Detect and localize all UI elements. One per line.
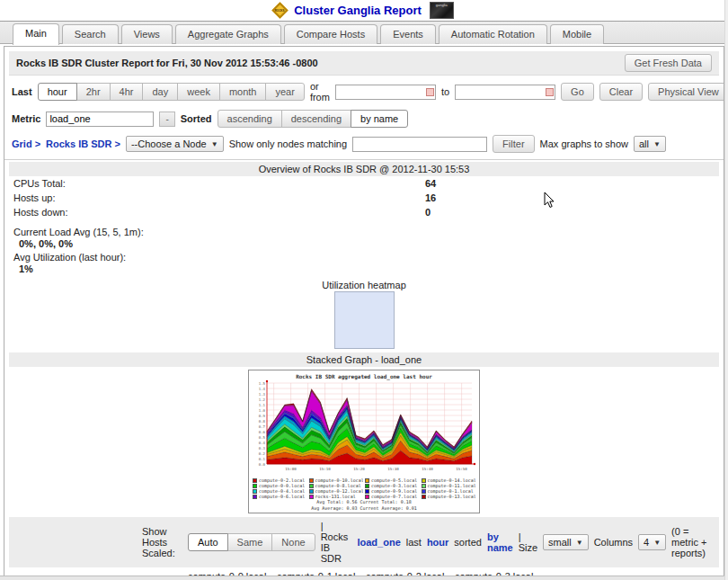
metric-link[interactable]: load_one xyxy=(357,537,400,548)
utilization-heatmap[interactable] xyxy=(334,291,395,349)
range-month-button[interactable]: month xyxy=(219,83,267,101)
scale-same-button[interactable]: Same xyxy=(227,533,273,551)
tab-compare-hosts[interactable]: Compare Hosts xyxy=(284,24,377,44)
legend-label: compute-0-13.local xyxy=(428,494,476,499)
legend-label: compute-0-6.local xyxy=(259,494,305,499)
legend-swatch xyxy=(309,489,314,494)
grid-link[interactable]: Grid > xyxy=(12,138,40,149)
max-graphs-label: Max graphs to show xyxy=(540,138,628,149)
rocks-logo-icon: ROCKS xyxy=(272,2,289,18)
load-avg-label: Current Load Avg (15, 5, 1m): xyxy=(4,219,724,237)
legend-swatch xyxy=(365,495,369,499)
svg-text:0.3: 0.3 xyxy=(259,446,266,451)
scrollbar-track[interactable] xyxy=(724,0,728,580)
chevron-down-icon: ▼ xyxy=(653,539,661,547)
range-week-button[interactable]: week xyxy=(177,83,220,101)
aggregate-footer-line2: Avg Average: 0.03 Current Average: 0.01 xyxy=(249,505,479,512)
svg-text:1.1: 1.1 xyxy=(259,403,266,407)
sorted-label: Sorted xyxy=(181,113,212,124)
hosts-toolbar: Show Hosts Scaled: AutoSameNone | Rocks … xyxy=(9,517,719,567)
tab-search[interactable]: Search xyxy=(62,24,119,44)
go-button[interactable]: Go xyxy=(561,83,594,101)
legend-swatch xyxy=(253,489,257,494)
bottom-window-edge xyxy=(0,576,728,580)
range-hour-button[interactable]: hour xyxy=(38,83,77,101)
legend-swatch xyxy=(309,478,314,483)
tab-main[interactable]: Main xyxy=(13,23,59,45)
tab-events[interactable]: Events xyxy=(380,24,436,44)
calendar-icon[interactable] xyxy=(426,88,434,96)
stat-label: Hosts down: xyxy=(13,207,68,218)
legend-swatch xyxy=(365,484,369,488)
cluster-link[interactable]: Rocks IB SDR > xyxy=(46,138,120,149)
metric-input[interactable] xyxy=(46,112,154,127)
svg-text:0.6: 0.6 xyxy=(259,430,266,434)
to-date-input[interactable] xyxy=(455,85,555,100)
stat-label: CPUs Total: xyxy=(13,178,66,189)
physical-view-button[interactable]: Physical View xyxy=(648,83,724,101)
stacked-graph-header: Stacked Graph - load_one xyxy=(9,352,719,367)
stat-value: 0 xyxy=(425,207,431,218)
columns-select[interactable]: 4▼ xyxy=(638,534,666,550)
tab-aggregate-graphs[interactable]: Aggregate Graphs xyxy=(175,24,281,44)
tab-views[interactable]: Views xyxy=(121,24,173,44)
legend-swatch xyxy=(309,484,314,488)
svg-text:1.0: 1.0 xyxy=(259,408,266,413)
overview-header: Overview of Rocks IB SDR @ 2012-11-30 15… xyxy=(9,162,719,176)
metric-dropdown-toggle[interactable]: - xyxy=(159,112,174,127)
legend-swatch xyxy=(253,484,257,488)
scale-none-button[interactable]: None xyxy=(271,533,315,551)
range-day-button[interactable]: day xyxy=(142,83,178,101)
legend-swatch xyxy=(422,478,426,483)
range-link[interactable]: hour xyxy=(427,537,448,548)
sort-by-name-button[interactable]: by name xyxy=(351,110,408,128)
tab-automatic-rotation[interactable]: Automatic Rotation xyxy=(439,24,547,44)
node-select-value: --Choose a Node xyxy=(131,138,207,149)
node-filter-input[interactable] xyxy=(352,137,487,152)
svg-text:15:00: 15:00 xyxy=(285,467,297,471)
tab-mobile[interactable]: Mobile xyxy=(550,24,604,44)
range-4hr-button[interactable]: 4hr xyxy=(110,83,144,101)
get-fresh-data-button[interactable]: Get Fresh Data xyxy=(625,54,712,72)
svg-text:15:10: 15:10 xyxy=(319,467,331,471)
svg-text:1.4: 1.4 xyxy=(259,387,266,391)
aggregate-graph-footer: Avg Total: 0.56 Current Total: 0.18 Avg … xyxy=(249,499,479,513)
legend-swatch xyxy=(253,495,257,499)
util-label: Avg Utilization (last hour): xyxy=(4,249,724,263)
scale-auto-button[interactable]: Auto xyxy=(188,533,228,551)
legend-item: compute-0-13.local xyxy=(422,494,476,499)
svg-text:0.0: 0.0 xyxy=(259,462,266,467)
page-header: ROCKS Cluster Ganglia Report ganglia xyxy=(0,0,728,21)
legend-item: compute-0-6.local xyxy=(253,494,307,499)
range-2hr-button[interactable]: 2hr xyxy=(76,83,111,101)
show-hosts-scaled-label: Show Hosts Scaled: xyxy=(142,526,182,558)
to-label: to xyxy=(441,86,449,97)
mouse-cursor xyxy=(544,192,555,209)
node-select[interactable]: --Choose a Node▼ xyxy=(126,136,224,152)
heatmap-title: Utilization heatmap xyxy=(4,274,724,290)
filter-button[interactable]: Filter xyxy=(493,135,534,153)
sort-link[interactable]: by name xyxy=(487,531,513,553)
scale-options-group: AutoSameNone xyxy=(188,533,315,551)
max-graphs-select[interactable]: all▼ xyxy=(634,136,666,152)
legend-swatch xyxy=(365,489,369,494)
legend-swatch xyxy=(253,478,257,483)
sort-options-group: ascendingdescendingby name xyxy=(218,110,409,128)
calendar-icon[interactable] xyxy=(546,88,554,96)
sort-descending-button[interactable]: descending xyxy=(281,110,351,128)
node-controls-row: Grid > Rocks IB SDR > --Choose a Node▼ S… xyxy=(4,129,724,155)
size-select[interactable]: small▼ xyxy=(543,534,589,550)
aggregate-load-graph[interactable]: Rocks IB SDR aggregated load_one last ho… xyxy=(248,370,480,513)
legend-swatch xyxy=(309,495,314,499)
range-year-button[interactable]: year xyxy=(265,83,304,101)
clear-button[interactable]: Clear xyxy=(599,83,643,101)
from-date-input[interactable] xyxy=(335,85,436,100)
metric-label: Metric xyxy=(12,113,40,124)
svg-text:0.8: 0.8 xyxy=(259,419,266,424)
svg-text:0.1: 0.1 xyxy=(259,457,266,461)
svg-text:0.2: 0.2 xyxy=(259,451,266,456)
report-title: Rocks IB SDR Cluster Report for Fri, 30 … xyxy=(16,58,318,68)
sort-ascending-button[interactable]: ascending xyxy=(218,110,282,128)
page-title: Cluster Ganglia Report xyxy=(294,4,422,17)
metric-controls-row: Metric - Sorted ascendingdescendingby na… xyxy=(4,104,724,129)
